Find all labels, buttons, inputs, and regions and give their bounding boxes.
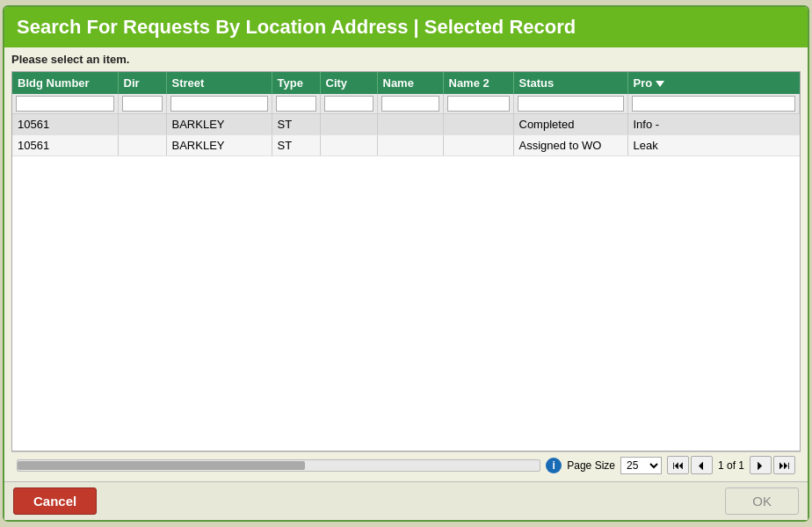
prev-page-button[interactable]: ⏴ — [691, 456, 713, 474]
filter-name2[interactable] — [447, 96, 510, 112]
info-icon: i — [546, 458, 562, 473]
table-cell — [443, 135, 513, 156]
filter-type[interactable] — [276, 96, 316, 112]
col-header-pro[interactable]: Pro — [627, 72, 800, 94]
last-page-button[interactable]: ⏭ — [773, 456, 795, 474]
table-cell — [118, 114, 166, 135]
dialog-title: Search For Requests By Location Address … — [4, 7, 808, 47]
filter-dir[interactable] — [122, 96, 163, 112]
next-page-button[interactable]: ⏵ — [750, 456, 772, 474]
filter-bldg-number[interactable] — [16, 96, 114, 112]
first-page-button[interactable]: ⏮ — [667, 456, 689, 474]
table-cell: 10561 — [12, 135, 118, 156]
filter-city[interactable] — [324, 96, 373, 112]
col-header-bldg-number[interactable]: Bldg Number — [12, 72, 118, 94]
page-size-label: Page Size — [567, 459, 615, 472]
page-info: 1 of 1 — [714, 459, 748, 472]
table-cell — [320, 114, 377, 135]
filter-pro[interactable] — [632, 96, 796, 112]
table-cell: Assigned to WO — [513, 135, 627, 156]
page-size-select[interactable]: 25 50 100 — [620, 457, 662, 474]
horizontal-scrollbar[interactable] — [17, 459, 540, 472]
col-header-name[interactable]: Name — [377, 72, 443, 94]
table-cell — [443, 114, 513, 135]
prompt-text: Please select an item. — [11, 53, 801, 66]
scrollbar-thumb — [18, 461, 305, 470]
table-row[interactable]: 10561BARKLEYSTCompletedInfo - — [12, 114, 800, 135]
table-row[interactable]: 10561BARKLEYSTAssigned to WOLeak — [12, 135, 800, 156]
table-cell: BARKLEY — [166, 135, 272, 156]
results-table: Bldg Number Dir Street Type City Name Na… — [12, 72, 800, 156]
table-cell — [377, 114, 443, 135]
table-cell: Leak — [627, 135, 800, 156]
filter-status[interactable] — [518, 96, 624, 112]
footer-bar: Cancel OK — [4, 481, 808, 520]
pagination-bar: i Page Size 25 50 100 ⏮ ⏴ 1 of 1 ⏵ ⏭ — [11, 451, 801, 478]
table-cell — [377, 135, 443, 156]
dialog-body: Please select an item. Bldg Number — [4, 47, 808, 481]
col-header-status[interactable]: Status — [513, 72, 627, 94]
table-header-row: Bldg Number Dir Street Type City Name Na… — [12, 72, 800, 94]
cancel-button[interactable]: Cancel — [13, 487, 97, 515]
filter-street[interactable] — [170, 96, 268, 112]
filter-name[interactable] — [381, 96, 439, 112]
filter-icon — [656, 81, 664, 87]
col-header-street[interactable]: Street — [166, 72, 272, 94]
col-header-name2[interactable]: Name 2 — [443, 72, 513, 94]
table-cell: Info - — [627, 114, 800, 135]
table-body: 10561BARKLEYSTCompletedInfo -10561BARKLE… — [12, 114, 800, 156]
pagination-controls: ⏮ ⏴ 1 of 1 ⏵ ⏭ — [667, 456, 795, 474]
filter-row — [12, 94, 800, 114]
col-header-dir[interactable]: Dir — [118, 72, 166, 94]
ok-button[interactable]: OK — [725, 487, 799, 515]
table-cell: Completed — [513, 114, 627, 135]
table-cell: 10561 — [12, 114, 118, 135]
col-header-city[interactable]: City — [320, 72, 377, 94]
search-dialog: Search For Requests By Location Address … — [3, 5, 809, 522]
table-cell — [320, 135, 377, 156]
table-cell: ST — [272, 114, 320, 135]
table-container: Bldg Number Dir Street Type City Name Na… — [11, 71, 801, 451]
table-cell — [118, 135, 166, 156]
col-header-type[interactable]: Type — [272, 72, 320, 94]
table-cell: ST — [272, 135, 320, 156]
table-cell: BARKLEY — [166, 114, 272, 135]
